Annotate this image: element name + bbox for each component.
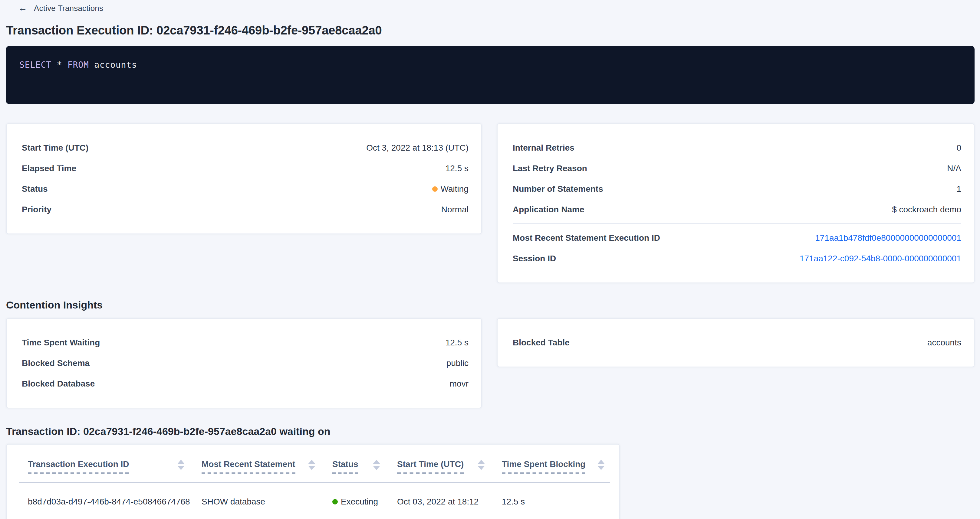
statement-execution-id-link[interactable]: 171aa1b478fdf0e80000000000000001: [815, 233, 961, 243]
column-header-time-spent-blocking[interactable]: Time Spent Blocking: [502, 459, 605, 474]
column-header-label: Most Recent Statement: [202, 459, 295, 474]
summary-row-blocked-schema: Blocked Schema public: [22, 353, 469, 373]
column-header-label: Status: [332, 459, 358, 474]
cell-most-recent-statement: SHOW database: [202, 497, 332, 506]
summary-row-session-id: Session ID 171aa122-c092-54b8-0000-00000…: [513, 248, 961, 268]
number-of-statements-label: Number of Statements: [513, 184, 603, 194]
sql-keyword-select: SELECT: [19, 60, 51, 70]
start-time-value: Oct 3, 2022 at 18:13 (UTC): [366, 143, 469, 152]
contention-card-right: Blocked Table accounts: [497, 318, 975, 367]
column-header-label: Start Time (UTC): [397, 459, 464, 474]
priority-label: Priority: [22, 205, 51, 214]
column-header-most-recent-statement[interactable]: Most Recent Statement: [202, 459, 332, 474]
start-time-label: Start Time (UTC): [22, 143, 88, 152]
sql-star: *: [51, 60, 67, 70]
summary-row-start-time: Start Time (UTC) Oct 3, 2022 at 18:13 (U…: [22, 137, 469, 158]
session-id-link[interactable]: 171aa122-c092-54b8-0000-000000000001: [800, 254, 961, 263]
blocked-database-value: movr: [450, 379, 469, 388]
sql-table-name: accounts: [89, 60, 137, 70]
summary-row-status: Status Waiting: [22, 178, 469, 199]
elapsed-time-label: Elapsed Time: [22, 163, 76, 173]
main-content: ← Active Transactions Transaction Execut…: [0, 0, 980, 519]
session-id-label: Session ID: [513, 254, 556, 263]
transaction-details-page: ← Active Transactions Transaction Execut…: [0, 0, 980, 519]
blocked-database-label: Blocked Database: [22, 379, 95, 388]
waiting-on-heading: Transaction ID: 02ca7931-f246-469b-b2fe-…: [6, 426, 975, 438]
summary-row-blocked-table: Blocked Table accounts: [513, 332, 961, 353]
sql-statement-box: SELECT * FROM accounts: [6, 46, 975, 104]
statement-execution-id-label: Most Recent Statement Execution ID: [513, 233, 660, 243]
back-link-label: Active Transactions: [34, 3, 103, 13]
blocked-schema-value: public: [446, 358, 469, 368]
back-arrow-icon: ←: [18, 3, 27, 13]
cell-time-spent-blocking: 12.5 s: [502, 497, 605, 506]
sql-keyword-from: FROM: [67, 60, 89, 70]
blocked-schema-label: Blocked Schema: [22, 358, 89, 368]
cell-start-time: Oct 03, 2022 at 18:12: [397, 497, 502, 506]
summary-row-priority: Priority Normal: [22, 199, 469, 220]
summary-row-last-retry-reason: Last Retry Reason N/A: [513, 158, 961, 178]
time-spent-waiting-label: Time Spent Waiting: [22, 338, 100, 347]
overview-card-right: Internal Retries 0 Last Retry Reason N/A…: [497, 124, 975, 283]
back-link-active-transactions[interactable]: ← Active Transactions: [6, 0, 103, 13]
time-spent-waiting-value: 12.5 s: [445, 338, 469, 347]
waiting-on-table-header-row: Transaction Execution ID Most Recent Sta…: [7, 444, 619, 474]
overview-card-left: Start Time (UTC) Oct 3, 2022 at 18:13 (U…: [6, 124, 482, 234]
priority-value: Normal: [441, 205, 469, 214]
table-row: b8d7d03a-d497-446b-8474-e50846674768 SHO…: [7, 483, 619, 519]
sort-icon[interactable]: [177, 459, 185, 470]
sort-icon[interactable]: [477, 459, 485, 470]
contention-insights-heading: Contention Insights: [6, 300, 975, 311]
sort-icon[interactable]: [597, 459, 605, 470]
blocked-table-value: accounts: [928, 338, 961, 347]
last-retry-reason-value: N/A: [947, 163, 961, 173]
card-divider: [513, 223, 961, 224]
cell-transaction-execution-id: b8d7d03a-d497-446b-8474-e50846674768: [28, 497, 202, 506]
sort-icon[interactable]: [373, 459, 380, 470]
status-label: Status: [22, 184, 48, 194]
status-value: Waiting: [432, 184, 469, 194]
column-header-start-time[interactable]: Start Time (UTC): [397, 459, 502, 474]
summary-row-internal-retries: Internal Retries 0: [513, 137, 961, 158]
column-header-status[interactable]: Status: [332, 459, 397, 474]
internal-retries-label: Internal Retries: [513, 143, 574, 152]
blocked-table-label: Blocked Table: [513, 338, 570, 347]
elapsed-time-value: 12.5 s: [445, 163, 469, 173]
summary-row-statement-execution-id: Most Recent Statement Execution ID 171aa…: [513, 227, 961, 248]
number-of-statements-value: 1: [956, 184, 961, 194]
cell-status: Executing: [332, 497, 397, 506]
summary-row-time-spent-waiting: Time Spent Waiting 12.5 s: [22, 332, 469, 353]
cell-status-text: Executing: [341, 497, 378, 506]
summary-row-elapsed-time: Elapsed Time 12.5 s: [22, 158, 469, 178]
application-name-label: Application Name: [513, 205, 584, 214]
status-waiting-dot-icon: [432, 186, 438, 192]
contention-cards-row: Time Spent Waiting 12.5 s Blocked Schema…: [6, 318, 975, 408]
sql-statement-text: SELECT * FROM accounts: [19, 59, 961, 70]
contention-card-left: Time Spent Waiting 12.5 s Blocked Schema…: [6, 318, 482, 408]
summary-row-blocked-database: Blocked Database movr: [22, 373, 469, 394]
page-title: Transaction Execution ID: 02ca7931-f246-…: [6, 24, 975, 38]
application-name-value: $ cockroach demo: [892, 205, 961, 214]
overview-cards-row: Start Time (UTC) Oct 3, 2022 at 18:13 (U…: [6, 124, 975, 283]
column-header-transaction-execution-id[interactable]: Transaction Execution ID: [28, 459, 202, 474]
summary-row-application-name: Application Name $ cockroach demo: [513, 199, 961, 220]
column-header-label: Transaction Execution ID: [28, 459, 129, 474]
column-header-label: Time Spent Blocking: [502, 459, 585, 474]
status-text: Waiting: [441, 184, 469, 194]
sort-icon[interactable]: [308, 459, 315, 470]
status-executing-dot-icon: [332, 499, 338, 504]
summary-row-number-of-statements: Number of Statements 1: [513, 178, 961, 199]
last-retry-reason-label: Last Retry Reason: [513, 163, 587, 173]
internal-retries-value: 0: [956, 143, 961, 152]
waiting-on-table: Transaction Execution ID Most Recent Sta…: [6, 444, 620, 519]
